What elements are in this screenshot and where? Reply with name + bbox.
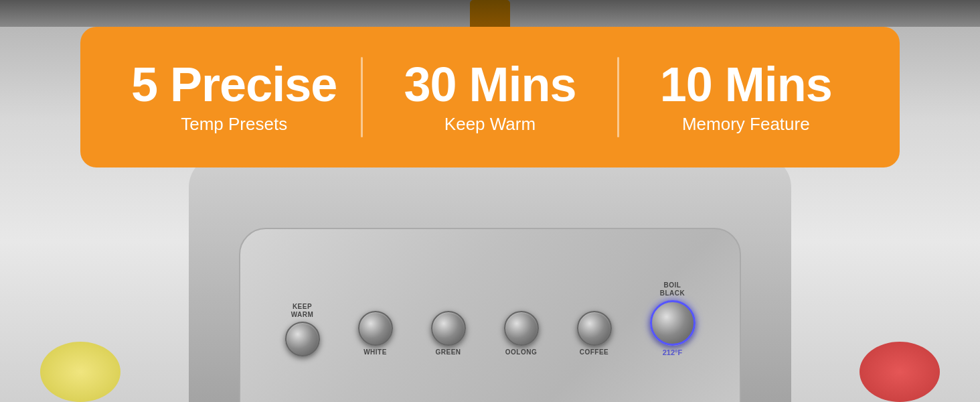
knob-group-keep-warm: KEEPWARM: [285, 303, 320, 356]
knobs-container: KEEPWARM WHITE GREEN OOLONG COFFEE BOILB…: [239, 281, 741, 356]
knob-group-green: GREEN: [431, 311, 466, 356]
banner-section-keep-warm: 30 Mins Keep Warm: [363, 60, 617, 135]
knob-group-boil-black: BOILBLACK 212°F: [650, 281, 696, 356]
cup-right: [860, 342, 940, 402]
knob-white[interactable]: [358, 311, 393, 346]
knob-label-keep-warm: KEEPWARM: [291, 303, 314, 319]
kettle-handle-top: [470, 0, 510, 30]
knob-temp-boil-black: 212°F: [663, 348, 682, 356]
knob-label-green: GREEN: [435, 348, 461, 356]
scene: KEEPWARM WHITE GREEN OOLONG COFFEE BOILB…: [0, 0, 980, 402]
knob-green[interactable]: [431, 311, 466, 346]
cup-left: [40, 342, 120, 402]
memory-feature-value: 10 Mins: [660, 60, 832, 109]
knob-label-white: WHITE: [363, 348, 387, 356]
memory-feature-label: Memory Feature: [682, 114, 810, 135]
feature-banner: 5 Precise Temp Presets 30 Mins Keep Warm…: [80, 27, 900, 168]
knob-group-white: WHITE: [358, 311, 393, 356]
knob-group-coffee: COFFEE: [577, 311, 612, 356]
knob-coffee[interactable]: [577, 311, 612, 346]
knob-label-boil-black: BOILBLACK: [660, 281, 685, 297]
temp-presets-label: Temp Presets: [181, 114, 287, 135]
keep-warm-value: 30 Mins: [404, 60, 576, 109]
knob-label-oolong: OOLONG: [505, 348, 537, 356]
knob-keep-warm[interactable]: [285, 322, 320, 356]
banner-section-memory-feature: 10 Mins Memory Feature: [619, 60, 873, 135]
keep-warm-label: Keep Warm: [444, 114, 536, 135]
banner-section-temp-presets: 5 Precise Temp Presets: [107, 60, 361, 135]
knob-oolong[interactable]: [504, 311, 539, 346]
temp-presets-value: 5 Precise: [131, 60, 337, 109]
knob-boil-black[interactable]: [650, 300, 696, 346]
knob-group-oolong: OOLONG: [504, 311, 539, 356]
knob-label-coffee: COFFEE: [580, 348, 609, 356]
